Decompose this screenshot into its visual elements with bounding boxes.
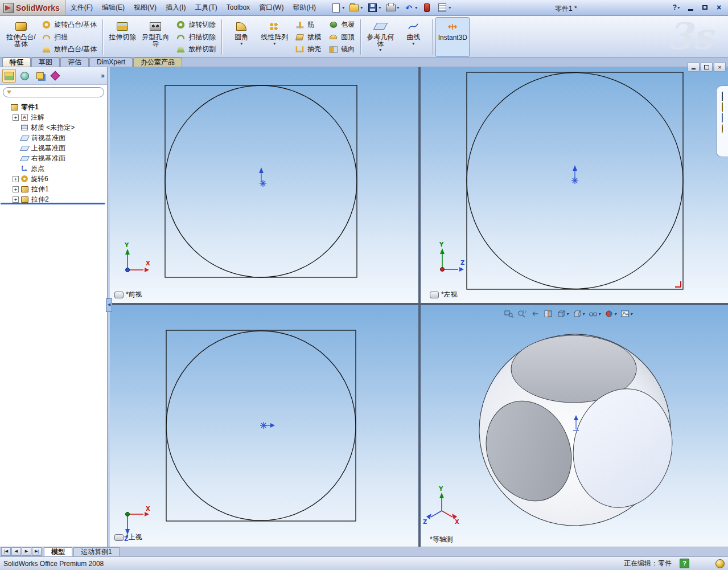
display-style-button[interactable]: ▾ [571,309,586,319]
tab-motion-study[interactable]: 运动算例1 [73,547,120,556]
draft-button[interactable]: 拔模 [292,31,323,43]
print-button[interactable]: ▾ [383,2,401,14]
wrap-button[interactable]: 包覆 [326,19,357,31]
expander-icon[interactable]: + [13,176,19,182]
viewport-isometric[interactable]: Y X Z ▾ ▾ ▾ ▾ ▾ *等轴测 [421,305,728,547]
revolve-boss-button[interactable]: 旋转凸台/基体 [39,19,99,31]
hole-wizard-button[interactable]: 异型孔向导 [139,17,172,57]
viewport-front[interactable]: Y X *前视 [110,67,418,303]
expander-icon[interactable]: + [13,196,19,203]
zoom-area-button[interactable] [516,309,528,319]
scroll-prev-button[interactable]: ◀ [11,547,21,556]
tab-dimxpert[interactable]: DimXpert [89,58,133,67]
horizontal-viewport-splitter[interactable] [108,303,728,305]
tab-model[interactable]: 模型 [44,547,72,556]
view-orientation-button[interactable]: ▾ [556,309,570,319]
solid-model[interactable] [472,334,683,526]
extrude-boss-button[interactable]: 拉伸凸台/基体 [5,17,38,57]
loft-boss-button[interactable]: 放样凸台/基体 [39,43,99,55]
linear-pattern-dropdown[interactable]: ▾ [273,42,275,46]
design-library-button[interactable] [722,92,723,100]
rollback-bar[interactable] [1,203,105,204]
curves-button[interactable]: 曲线 ▾ [397,17,430,57]
tree-item-right-plane[interactable]: 右视基准面 [0,153,107,163]
reference-geometry-button[interactable]: 参考几何体 ▾ [364,17,397,57]
rebuild-button[interactable] [419,2,434,14]
viewport-left[interactable]: Y Z *左视 [421,67,728,303]
viewport-top[interactable]: X Z *上视 [110,305,418,547]
menu-edit[interactable]: 编辑(E) [97,0,129,15]
top-view-canvas[interactable]: X Z [110,305,418,547]
menu-tools[interactable]: 工具(T) [190,0,221,15]
zoom-fit-button[interactable] [503,309,515,319]
tree-item-annotations[interactable]: + A 注解 [0,112,107,122]
featuremanager-tab[interactable] [2,69,16,83]
new-button[interactable]: ▾ [328,2,346,14]
help-button[interactable]: ?▾ [672,2,681,13]
front-view-canvas[interactable]: Y X [110,67,418,303]
minimize-button[interactable] [686,2,695,13]
close-button[interactable]: × [714,2,723,13]
sweep-boss-button[interactable]: 扫描 [39,31,99,43]
left-view-canvas[interactable]: Y Z [421,67,728,303]
scene-button[interactable]: ▾ [619,309,634,319]
tab-sketch[interactable]: 草图 [31,58,60,67]
section-view-button[interactable] [542,309,554,319]
reference-geometry-dropdown[interactable]: ▾ [379,48,381,52]
menu-view[interactable]: 视图(V) [129,0,161,15]
propertymanager-tab[interactable] [18,69,31,83]
scroll-first-button[interactable]: |◀ [1,547,11,556]
tree-item-extrude1[interactable]: + 拉伸1 [0,184,107,194]
rib-button[interactable]: 筋 [292,19,323,31]
expander-icon[interactable]: + [13,114,19,121]
tree-item-revolve6[interactable]: + 旋转6 [0,174,107,184]
doc-restore-button[interactable] [701,62,713,72]
dome-button[interactable]: 圆顶 [326,31,357,43]
panel-overflow-button[interactable]: » [101,72,105,80]
expander-icon[interactable]: + [13,186,19,192]
dimxpertmanager-tab[interactable] [48,69,62,83]
linear-pattern-button[interactable]: 线性阵列 ▾ [258,17,291,57]
hide-show-items-button[interactable]: ▾ [587,309,602,319]
menu-toolbox[interactable]: Toolbox [222,0,254,15]
pane-splitter-handle[interactable]: ◀ [106,298,112,312]
maximize-button[interactable] [700,2,709,13]
extrude-cut-button[interactable]: 拉伸切除 [106,17,139,57]
fillet-button[interactable]: 圆角 ▾ [225,17,258,57]
curves-dropdown[interactable]: ▾ [412,42,414,46]
open-button[interactable]: ▾ [347,2,364,14]
tree-item-top-plane[interactable]: 上视基准面 [0,143,107,153]
menu-help[interactable]: 帮助(H) [288,0,320,15]
revolve-cut-button[interactable]: 旋转切除 [173,19,218,31]
quick-tips-button[interactable]: ? [680,559,689,568]
sweep-cut-button[interactable]: 扫描切除 [173,31,218,43]
doc-minimize-button[interactable] [688,62,700,72]
save-button[interactable]: ▾ [365,2,382,14]
mirror-button[interactable]: 镜向 [326,43,357,55]
appearances-button[interactable] [722,125,723,133]
tab-office-products[interactable]: 办公室产品 [133,58,182,67]
shell-button[interactable]: 抽壳 [292,43,323,55]
tree-item-origin[interactable]: 原点 [0,163,107,174]
tab-features[interactable]: 特征 [2,58,31,67]
configurationmanager-tab[interactable] [33,69,47,83]
previous-view-button[interactable] [529,309,541,319]
scroll-next-button[interactable]: ▶ [22,547,31,556]
loft-cut-button[interactable]: 放样切割 [173,43,218,55]
options-button[interactable]: ▾ [435,2,453,14]
menu-window[interactable]: 窗口(W) [254,0,288,15]
view-palette-button[interactable] [722,114,723,122]
menu-insert[interactable]: 插入(I) [161,0,190,15]
filter-input[interactable] [14,88,100,96]
isometric-view-canvas[interactable]: Y X Z [421,305,728,547]
tab-evaluate[interactable]: 评估 [60,58,89,67]
appearance-button[interactable]: ▾ [603,309,618,319]
tree-item-part[interactable]: 零件1 [0,102,107,112]
undo-button[interactable]: ↶▾ [401,2,419,14]
instant3d-button[interactable]: Instant3D [435,17,470,57]
doc-close-button[interactable]: × [714,62,726,72]
scroll-last-button[interactable]: ▶| [32,547,42,556]
menu-file[interactable]: 文件(F) [66,0,97,15]
tree-item-front-plane[interactable]: 前视基准面 [0,133,107,143]
file-explorer-button[interactable] [722,103,723,111]
